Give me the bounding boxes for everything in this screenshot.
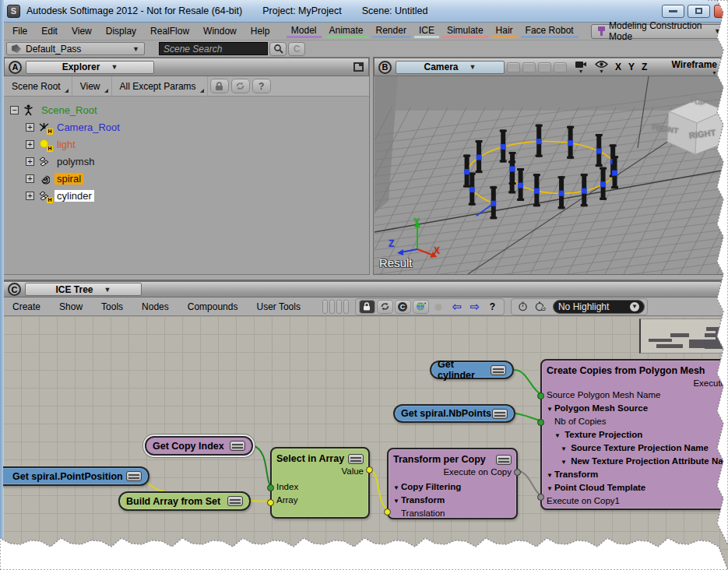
highlight-mode-select[interactable]: No Highlight▼ xyxy=(553,300,645,314)
node-transform-per-copy[interactable]: Transform per Copy Execute on Copy ▼Copy… xyxy=(387,448,518,519)
ice-menu-create[interactable]: Create xyxy=(3,301,50,312)
ice-graph-canvas[interactable]: Get spiral.PointPosition Build Array fro… xyxy=(3,316,728,570)
port-array[interactable] xyxy=(267,499,274,506)
expander-icon[interactable]: + xyxy=(26,140,34,149)
menu-file[interactable]: File xyxy=(6,24,33,38)
back-arrow-icon[interactable]: ⇦ xyxy=(448,300,465,314)
graph-minimap[interactable] xyxy=(639,318,726,354)
menu-animate[interactable]: Animate xyxy=(325,24,368,38)
tree-item-spiral[interactable]: +spiral xyxy=(26,171,83,185)
expander-icon[interactable]: + xyxy=(26,157,34,166)
group-transform[interactable]: ▼Transform xyxy=(393,494,512,507)
menu-window[interactable]: Window xyxy=(197,24,243,38)
help-button[interactable]: ? xyxy=(484,300,501,314)
forward-arrow-icon[interactable]: ⇨ xyxy=(466,300,483,314)
node-get-spiral-pointposition[interactable]: Get spiral.PointPosition xyxy=(3,466,149,486)
eye-icon[interactable]: ▼ xyxy=(595,60,608,74)
tree-item-cylinder[interactable]: +Hcylinder xyxy=(26,188,94,202)
node-menu-icon[interactable] xyxy=(230,441,245,451)
port-nb-of-copies[interactable] xyxy=(537,419,544,426)
memo-cam-slot[interactable] xyxy=(522,62,536,72)
menu-edit[interactable]: Edit xyxy=(35,24,64,38)
3d-viewport[interactable]: Y X Z Result TOP FRONT RIGHT xyxy=(375,76,726,274)
memo-slot[interactable] xyxy=(329,300,335,314)
timer-icon[interactable] xyxy=(515,300,531,314)
group-texture-projection[interactable]: ▼ Texture Projection xyxy=(547,428,726,442)
minimize-button[interactable] xyxy=(662,5,684,18)
axis-z-button[interactable]: Z xyxy=(642,62,647,72)
node-menu-icon[interactable] xyxy=(491,365,506,375)
node-build-array-from-set[interactable]: Build Array from Set xyxy=(118,491,251,511)
lock-icon[interactable] xyxy=(210,79,229,93)
tree-item-polymsh[interactable]: +polymsh xyxy=(26,154,97,168)
expander-icon[interactable]: + xyxy=(26,123,34,132)
port-execute-on-copy1[interactable] xyxy=(537,494,544,501)
tree-item-light[interactable]: +Hlight xyxy=(26,137,78,151)
tree-item-camera_root[interactable]: +HCamera_Root xyxy=(26,120,122,134)
timer-cache-icon[interactable]: G xyxy=(533,300,549,314)
display-mode-select[interactable]: Wireframe▼ xyxy=(671,59,717,76)
expander-icon[interactable]: + xyxy=(26,192,34,200)
ice-menu-show[interactable]: Show xyxy=(50,301,92,312)
node-menu-icon[interactable] xyxy=(492,409,508,419)
globe-icon[interactable]: + xyxy=(413,300,429,314)
node-get-copy-index[interactable]: Get Copy Index xyxy=(145,436,253,456)
menu-display[interactable]: Display xyxy=(100,24,142,38)
ice-menu-tools[interactable]: Tools xyxy=(92,301,132,312)
memo-slot[interactable] xyxy=(336,300,342,314)
ice-view-select[interactable]: ICE Tree▼ xyxy=(25,283,142,296)
construction-mode-select[interactable]: Modeling Construction Mode ▼ xyxy=(591,24,728,39)
pass-select[interactable]: Default_Pass ▼ xyxy=(6,42,145,55)
port-index[interactable] xyxy=(267,484,274,491)
explorer-view-select[interactable]: Explorer▼ xyxy=(26,61,154,74)
ice-menu-user-tools[interactable]: User Tools xyxy=(247,301,309,312)
camera-icon[interactable]: ▼ xyxy=(575,60,587,74)
axis-x-button[interactable]: X xyxy=(615,62,621,72)
maximize-panel-icon[interactable] xyxy=(353,62,364,72)
camera-view-select[interactable]: Camera▼ xyxy=(396,61,505,74)
group-source-texture-projection-name[interactable]: ▼ Source Texture Projection Name xyxy=(547,442,726,455)
viewport-letter-b[interactable]: B xyxy=(378,61,392,74)
search-icon[interactable] xyxy=(269,42,287,56)
refresh-icon[interactable] xyxy=(377,300,393,314)
port-translation[interactable] xyxy=(384,508,391,515)
help-button[interactable]: ? xyxy=(252,79,271,93)
port-source-polygon-mesh-name[interactable] xyxy=(537,392,544,399)
memo-slot[interactable] xyxy=(343,300,349,314)
node-menu-icon[interactable] xyxy=(227,496,243,506)
viewport-letter-c[interactable]: C xyxy=(8,283,21,296)
memo-cam-slot[interactable] xyxy=(554,62,567,72)
memo-cam-slot[interactable] xyxy=(538,62,551,72)
menu-hair[interactable]: Hair xyxy=(491,24,518,38)
view-menu[interactable]: View xyxy=(72,76,112,97)
close-button[interactable] xyxy=(714,5,728,18)
scene-root-menu[interactable]: Scene Root xyxy=(4,76,72,97)
node-menu-icon[interactable] xyxy=(126,471,142,481)
filter-menu[interactable]: All Except Params xyxy=(112,76,208,97)
comments-icon[interactable]: C xyxy=(395,300,411,314)
search-scope-button[interactable]: C xyxy=(288,42,305,56)
group-copy-filtering[interactable]: ▼Copy Filtering xyxy=(393,480,512,494)
scene-search-input[interactable] xyxy=(159,42,268,55)
menu-simulate[interactable]: Simulate xyxy=(442,24,488,38)
ice-menu-nodes[interactable]: Nodes xyxy=(132,301,178,312)
node-menu-icon[interactable] xyxy=(496,455,512,465)
port-value[interactable] xyxy=(366,466,373,473)
menu-model[interactable]: Model xyxy=(287,24,322,38)
expander-icon[interactable]: + xyxy=(26,174,34,183)
refresh-icon[interactable] xyxy=(231,79,250,93)
restore-button[interactable] xyxy=(688,5,710,18)
lock-icon[interactable] xyxy=(359,300,375,314)
group-new-texture-projection-attribute-name[interactable]: ▼ New Texture Projection Attribute Name xyxy=(547,455,726,468)
node-menu-icon[interactable] xyxy=(348,454,364,464)
node-create-copies-from-polygon-mesh[interactable]: Create Copies from Polygon Mesh Execute … xyxy=(540,359,728,510)
node-get-spiral-nbpoints[interactable]: Get spiral.NbPoints xyxy=(393,404,515,423)
group-point-cloud-template[interactable]: ▼Point Cloud Template xyxy=(547,481,726,494)
menu-render[interactable]: Render xyxy=(371,24,411,38)
menu-help[interactable]: Help xyxy=(244,24,276,38)
menu-view[interactable]: View xyxy=(65,24,98,38)
expander-icon[interactable]: − xyxy=(10,106,19,114)
group-transform[interactable]: ▼Transform xyxy=(547,468,726,481)
viewport-letter-a[interactable]: A xyxy=(9,61,22,74)
axis-y-button[interactable]: Y xyxy=(628,62,635,72)
